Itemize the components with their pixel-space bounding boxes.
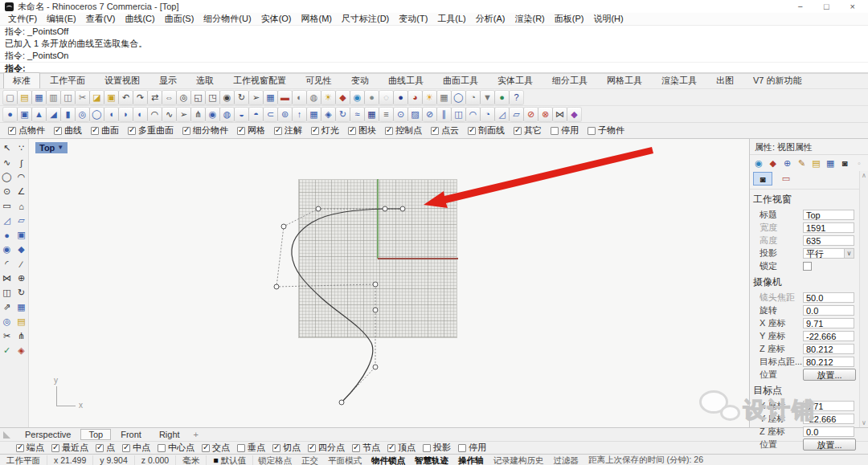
drape-icon[interactable]: ◠ [466,108,480,121]
paraboloid-icon[interactable]: ◗ [119,108,133,121]
osnap-checkbox[interactable]: 顶点 [387,442,416,454]
zoom-selected-icon[interactable]: ◉ [220,91,234,104]
array-icon[interactable]: ▦ [14,300,28,314]
patch-icon[interactable]: ◔ [481,108,494,121]
filter-checkbox[interactable]: 网格 [237,124,265,137]
osnap-checkbox[interactable]: 垂点 [237,442,265,454]
rotate-view-icon[interactable]: ↻ [235,91,248,104]
tube-icon[interactable]: ◎ [76,108,89,121]
extrude-icon[interactable]: ◆ [14,243,28,256]
osnap-checkbox[interactable]: 交点 [202,442,230,454]
folder-icon[interactable]: ▤ [811,157,822,169]
menu-item[interactable]: 曲面(S) [160,13,199,25]
rendered-view-icon[interactable]: ● [394,91,407,104]
render-icon[interactable]: ◕ [408,91,422,104]
place-camera-button[interactable]: 放置... [803,369,856,381]
squish-icon[interactable]: ▱ [510,108,523,121]
top-viewport[interactable]: Top ▼ y x [29,139,749,427]
rotate-icon[interactable]: ↻ [14,286,28,300]
paint-icon[interactable]: ◈ [14,344,28,357]
color-wheel-icon[interactable]: ◉ [350,91,364,104]
wirecut-icon[interactable]: ➢ [177,108,190,121]
ellipsoid-icon[interactable]: ◖ [104,108,118,121]
target-distance-field[interactable]: 80.212 [803,357,854,367]
menu-item[interactable]: 细分物件(U) [199,13,256,25]
explode-icon[interactable]: ⊕ [14,271,28,285]
filter-checkbox[interactable]: 注解 [274,124,302,137]
hatch-icon[interactable]: ▨ [408,108,422,121]
toolbar-tab[interactable]: 选取 [186,72,223,88]
circle-icon[interactable]: ◯ [0,170,14,184]
control-point[interactable] [373,308,378,312]
box-icon[interactable]: ▣ [14,228,28,242]
pyramid-icon[interactable]: ◢ [47,108,60,121]
material-icon[interactable]: ◆ [336,91,350,104]
contour-icon[interactable]: ∥ [437,108,451,121]
curve-icon[interactable]: ∿ [0,156,14,169]
control-point[interactable] [316,206,321,211]
pencil-edit-icon[interactable]: ✎ [796,157,808,169]
camera-y-field[interactable]: -22.666 [803,331,854,341]
more-panels-icon[interactable]: ◦ [854,157,865,169]
toolbar-tab[interactable]: 变动 [342,72,379,88]
osnap-checkbox[interactable]: 点 [96,442,115,454]
osnap-checkbox[interactable]: 最近点 [51,442,88,454]
material-properties-icon[interactable]: ◆ [768,157,779,169]
target-y-field[interactable]: -22.666 [803,414,854,424]
boolean-difference-icon[interactable]: ◍ [220,108,234,121]
status-segment[interactable]: z 0.000 [135,455,176,465]
copy-icon[interactable]: ◪ [90,91,104,104]
place-target-button[interactable]: 放置... [803,438,856,451]
status-toggle[interactable]: 正交 [297,455,323,465]
camera-properties-button[interactable]: ◙ [753,172,772,186]
picture-frame-icon[interactable]: ▦ [365,108,379,121]
fillet-icon[interactable]: ◜ [0,257,14,271]
target-x-field[interactable]: 9.71 [803,401,854,411]
boolean-intersection-icon[interactable]: ◒ [235,108,248,121]
redo-icon[interactable]: ↷ [133,91,147,104]
zoom-window-icon[interactable]: ◱ [191,91,205,104]
control-point[interactable] [274,284,279,289]
trim-icon[interactable]: ✂ [0,329,14,343]
boolean-union-icon[interactable]: ◉ [206,108,219,121]
box-solid-icon[interactable]: ▣ [18,108,31,121]
toolbar-tab[interactable]: 曲线工具 [379,72,433,88]
ellipse-icon[interactable]: ⊙ [0,185,14,198]
pan-icon[interactable]: ⇄ [148,91,162,104]
osnap-checkbox[interactable]: 切点 [272,442,301,454]
new-file-icon[interactable]: ▢ [3,91,17,104]
chamfer-icon[interactable]: ∕ [14,257,28,271]
viewport-tab[interactable]: Perspective [17,429,79,440]
menu-item[interactable]: 实体(O) [256,13,297,25]
section-icon[interactable]: ⊘ [423,108,436,121]
osnap-checkbox[interactable]: 节点 [352,442,380,454]
osnap-checkbox[interactable]: 停用 [458,442,486,454]
menu-item[interactable]: 变动(T) [394,13,432,25]
copy-to-clipboard-icon[interactable]: ◫ [61,91,75,104]
selection-chain-icon[interactable]: ⋈ [553,108,567,121]
minimize-button[interactable]: − [797,2,802,11]
extrude-surface-icon[interactable]: ↑ [293,108,306,121]
lens-length-field[interactable]: 50.0 [803,292,854,303]
paste-icon[interactable]: ▣ [104,91,118,104]
zoom-icon[interactable]: ◎ [177,91,190,104]
add-viewport-button[interactable]: + [190,430,203,439]
status-toggle[interactable]: 操作轴 [453,455,489,465]
control-point[interactable] [373,365,378,369]
close-button[interactable]: × [850,2,855,11]
print-icon[interactable]: ▥ [47,91,60,104]
filter-checkbox[interactable]: 图块 [348,124,376,137]
target-z-field[interactable]: 0.0 [803,426,854,437]
lock-checkbox[interactable] [803,262,812,271]
menu-item[interactable]: 尺寸标注(D) [337,13,394,25]
control-point[interactable] [281,224,286,229]
menu-item[interactable]: 说明(H) [588,13,628,25]
scroll-up-icon[interactable]: ∧ [862,172,866,179]
cylinder-icon[interactable]: ▮ [61,108,75,121]
twist-icon[interactable]: ↻ [336,108,350,121]
boolean-split-icon[interactable]: ⋔ [191,108,205,121]
layer-icon[interactable]: ▤ [14,315,28,328]
toolbar-tab[interactable]: 工作平面 [40,72,95,88]
menu-item[interactable]: 文件(F) [3,13,42,25]
camera-x-field[interactable]: 9.71 [803,318,854,328]
